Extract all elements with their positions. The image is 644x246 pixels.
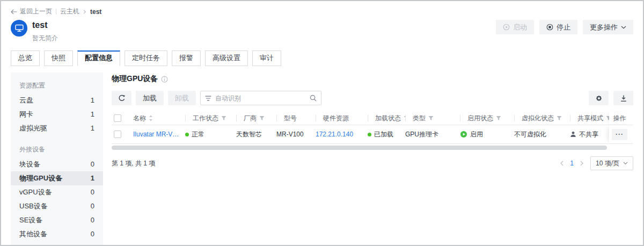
search-icon[interactable] (310, 95, 317, 102)
next-page-button[interactable] (580, 161, 584, 166)
page-subtitle: 暂无简介 (32, 34, 58, 43)
tab-scheduled-tasks[interactable]: 定时任务 (125, 50, 167, 66)
column-separator (316, 115, 316, 121)
sidebar-item-block-device[interactable]: 块设备 0 (11, 157, 103, 171)
load-label: 加载 (143, 93, 157, 103)
breadcrumb-item-current: test (90, 8, 101, 16)
gear-icon (595, 95, 603, 102)
scrollbar-thumb[interactable] (112, 146, 607, 150)
header-label: 操作 (613, 114, 626, 123)
hardware-resource-link[interactable]: 172.21.0.140 (316, 131, 353, 138)
column-separator (185, 115, 186, 121)
sidebar-item-other-devices[interactable]: 其他设备 0 (11, 227, 103, 241)
header-work-status: 工作状态 (185, 114, 236, 123)
sidebar-item-label: SE设备 (19, 216, 42, 224)
table-footer: 第 1 项, 共 1 项 1 10 项/页 (112, 156, 633, 170)
page-number-current[interactable]: 1 (570, 160, 574, 167)
row-more-button[interactable]: ··· (612, 129, 627, 140)
sidebar-item-cloud-disk[interactable]: 云盘 1 (11, 93, 103, 107)
tab-alerts[interactable]: 报警 (172, 50, 201, 66)
monitor-icon (15, 24, 24, 32)
sidebar-item-usb[interactable]: USB设备 0 (11, 199, 103, 213)
header-label: 型号 (284, 114, 297, 123)
column-settings-button[interactable] (589, 91, 609, 105)
work-status-text: 正常 (192, 130, 204, 139)
column-separator (514, 115, 515, 121)
header-actions: 操作 (609, 112, 633, 125)
horizontal-scrollbar (112, 146, 633, 150)
start-button[interactable]: 启动 (496, 20, 534, 34)
refresh-button[interactable] (112, 91, 131, 105)
sort-icon[interactable] (149, 115, 153, 121)
tab-snapshot[interactable]: 快照 (44, 50, 73, 66)
header-virtualization-status: 虚拟化状态 (514, 114, 570, 123)
sidebar-item-label: 块设备 (19, 161, 40, 168)
toolbar: 加载 卸载 (112, 91, 633, 105)
tab-config-info[interactable]: 配置信息 (77, 50, 120, 66)
row-checkbox[interactable] (114, 131, 121, 138)
info-icon[interactable] (161, 76, 168, 83)
header-hardware-resource: 硬件资源 (316, 114, 368, 123)
header-label: 名称 (133, 114, 146, 123)
header-label: 启用状态 (467, 114, 493, 123)
sidebar-item-virtual-cdrom[interactable]: 虚拟光驱 1 (11, 121, 103, 135)
cell-model: MR-V100 (276, 131, 316, 138)
tab-overview[interactable]: 总览 (11, 50, 40, 66)
tab-advanced-settings[interactable]: 高级设置 (205, 50, 248, 66)
page-size-select[interactable]: 10 项/页 (590, 156, 633, 170)
breadcrumb-divider (56, 9, 56, 15)
sidebar-item-count: 1 (91, 97, 94, 104)
unload-button[interactable]: 卸载 (168, 91, 196, 105)
sidebar: 资源配置 云盘 1 网卡 1 虚拟光驱 1 外接设备 块设备 0 物理GPU设备… (11, 73, 103, 245)
toolbar-right (589, 91, 633, 105)
cell-share-mode: 不共享 (570, 130, 609, 139)
header-share-mode: 共享模式 (570, 114, 609, 123)
prev-page-button[interactable] (560, 161, 564, 166)
chevron-down-icon (623, 162, 628, 165)
cell-work-status: 正常 (185, 130, 236, 139)
more-actions-button[interactable]: 更多操作 (583, 20, 633, 34)
column-separator (236, 115, 237, 121)
export-button[interactable] (613, 91, 633, 105)
select-all-checkbox[interactable] (114, 114, 121, 122)
back-link[interactable]: 返回上一页 (11, 7, 52, 16)
chevron-right-icon (83, 10, 86, 14)
type-text: GPU推理卡 (405, 130, 438, 139)
load-status-text: 已加载 (374, 130, 393, 139)
sidebar-section-external-devices: 外接设备 (11, 141, 103, 157)
filter-icon[interactable] (221, 115, 226, 121)
filter-icon[interactable] (496, 115, 501, 121)
refresh-icon (118, 95, 126, 102)
cell-hardware-resource: 172.21.0.140 (316, 131, 368, 138)
sidebar-item-count: 1 (91, 125, 94, 132)
title-block: test 暂无简介 (32, 20, 58, 43)
tab-audit[interactable]: 审计 (252, 50, 281, 66)
share-mode-text: 不共享 (579, 130, 598, 139)
sidebar-item-physical-gpu[interactable]: 物理GPU设备 1 (11, 171, 103, 185)
download-icon (620, 95, 627, 102)
cell-enable-status: 启用 (460, 130, 514, 139)
sidebar-item-nic[interactable]: 网卡 1 (11, 107, 103, 121)
search-input[interactable] (215, 95, 306, 102)
sidebar-item-se[interactable]: SE设备 0 (11, 213, 103, 227)
load-button[interactable]: 加载 (136, 91, 164, 105)
more-actions-label: 更多操作 (590, 23, 618, 32)
sidebar-item-count: 0 (91, 202, 94, 210)
sidebar-item-label: 云盘 (19, 97, 33, 104)
breadcrumb-item-vm[interactable]: 云主机 (60, 7, 79, 16)
row-checkbox-cell (112, 131, 133, 138)
sidebar-item-label: 其他设备 (19, 230, 47, 238)
filter-icon[interactable] (428, 115, 434, 121)
page-title: test (32, 20, 58, 31)
gpu-name-link[interactable]: Iluvatar MR-V100_... (133, 131, 182, 138)
header-checkbox-cell (112, 114, 133, 122)
items-summary: 第 1 项, 共 1 项 (112, 159, 155, 168)
sidebar-item-label: 网卡 (19, 111, 33, 118)
play-icon (503, 24, 510, 31)
cell-type: GPU推理卡 (405, 130, 460, 139)
header-type: 类型 (405, 114, 460, 123)
sidebar-item-vgpu[interactable]: vGPU设备 0 (11, 185, 103, 199)
stop-button[interactable]: 停止 (539, 20, 577, 34)
filter-icon[interactable] (557, 115, 562, 121)
filter-icon[interactable] (259, 115, 265, 121)
